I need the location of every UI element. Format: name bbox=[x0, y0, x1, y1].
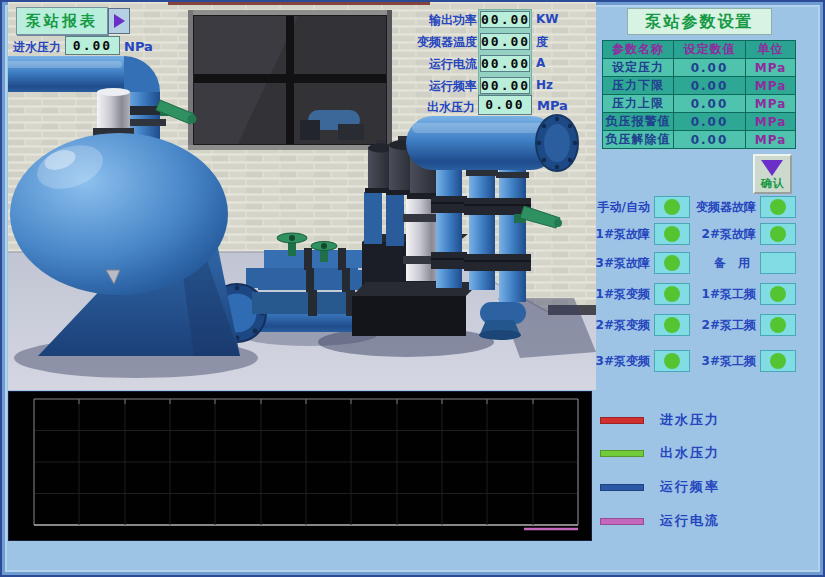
legend-swatch-run-current bbox=[600, 518, 644, 525]
param-unit: MPa bbox=[746, 113, 796, 131]
status-indicator-pump1-fault bbox=[654, 223, 690, 245]
metric-label: 变频器温度 bbox=[399, 34, 477, 51]
params-table: 参数名称 设定数值 单位 设定压力 0.00 MPa 压力下限 0.00 MPa… bbox=[602, 40, 796, 149]
status-indicator-pump1-vfd bbox=[654, 283, 690, 305]
table-row: 压力下限 0.00 MPa bbox=[603, 77, 796, 95]
legend-label-run-frequency: 运行频率 bbox=[660, 478, 720, 496]
params-panel-title: 泵站参数设置 bbox=[627, 8, 772, 35]
status-label-manual-auto: 手动/自动 bbox=[592, 196, 650, 218]
status-indicator-dot bbox=[770, 226, 786, 242]
status-indicator-manual-auto bbox=[654, 196, 690, 218]
status-indicator-dot bbox=[664, 199, 680, 215]
param-setpoint[interactable]: 0.00 bbox=[674, 77, 746, 95]
trend-grid bbox=[9, 392, 591, 540]
metric-label: 运行电流 bbox=[399, 56, 477, 73]
param-name: 负压解除值 bbox=[603, 131, 674, 149]
confirm-button[interactable]: 确认 bbox=[753, 154, 792, 194]
status-indicator-pump2-mains bbox=[760, 314, 796, 336]
status-label-pump1-mains: 1#泵工频 bbox=[688, 283, 756, 305]
metric-unit: A bbox=[536, 56, 545, 70]
status-indicator-dot bbox=[770, 353, 786, 369]
param-name: 压力上限 bbox=[603, 95, 674, 113]
play-icon bbox=[114, 14, 125, 28]
window bbox=[188, 10, 392, 150]
status-label-vfd-fault: 变频器故障 bbox=[688, 196, 756, 218]
metric-label: 输出功率 bbox=[399, 12, 477, 29]
metric-value: 00.00 bbox=[480, 55, 530, 72]
table-row: 压力上限 0.00 MPa bbox=[603, 95, 796, 113]
param-unit: MPa bbox=[746, 77, 796, 95]
hmi-screen: 泵站报表 进水压力 0.00 NPa 输出功率 00.00 KW 变频器温度 0… bbox=[0, 0, 825, 577]
outlet-pressure-unit: MPa bbox=[537, 98, 568, 113]
param-unit: MPa bbox=[746, 131, 796, 149]
confirm-label: 确认 bbox=[755, 176, 790, 191]
status-indicator-vfd-fault bbox=[760, 196, 796, 218]
param-setpoint[interactable]: 0.00 bbox=[674, 59, 746, 77]
metric-value: 00.00 bbox=[480, 33, 530, 50]
status-label-pump1-fault: 1#泵故障 bbox=[592, 223, 650, 245]
status-label-pump2-vfd: 2#泵变频 bbox=[592, 314, 650, 336]
table-row: 负压解除值 0.00 MPa bbox=[603, 131, 796, 149]
metric-unit: 度 bbox=[536, 34, 548, 51]
status-label-pump3-mains: 3#泵工频 bbox=[688, 350, 756, 372]
legend-label-run-current: 运行电流 bbox=[660, 512, 720, 530]
status-label-pump2-fault: 2#泵故障 bbox=[688, 223, 756, 245]
legend-swatch-outlet-pressure bbox=[600, 450, 644, 457]
table-row: 负压报警值 0.00 MPa bbox=[603, 113, 796, 131]
confirm-down-arrow-icon bbox=[761, 160, 783, 176]
legend-swatch-run-frequency bbox=[600, 484, 644, 491]
status-label-pump2-mains: 2#泵工频 bbox=[688, 314, 756, 336]
params-header: 参数名称 bbox=[603, 41, 674, 59]
params-header: 设定数值 bbox=[674, 41, 746, 59]
metric-unit: Hz bbox=[536, 78, 553, 92]
status-indicator-dot bbox=[664, 255, 680, 271]
status-indicator-pump3-vfd bbox=[654, 350, 690, 372]
inlet-pressure-label: 进水压力 bbox=[13, 39, 61, 56]
status-indicator-dot bbox=[664, 226, 680, 242]
status-label-pump1-vfd: 1#泵变频 bbox=[592, 283, 650, 305]
params-header: 单位 bbox=[746, 41, 796, 59]
param-name: 设定压力 bbox=[603, 59, 674, 77]
trend-chart bbox=[8, 391, 592, 541]
legend-label-outlet-pressure: 出水压力 bbox=[660, 444, 720, 462]
window-lintel bbox=[168, 2, 430, 5]
legend-swatch-inlet-pressure bbox=[600, 417, 644, 424]
param-setpoint[interactable]: 0.00 bbox=[674, 131, 746, 149]
legend-label-inlet-pressure: 进水压力 bbox=[660, 411, 720, 429]
status-label-spare: 备 用 bbox=[688, 252, 750, 274]
status-indicator-dot bbox=[664, 317, 680, 333]
status-indicator-spare bbox=[760, 252, 796, 274]
report-play-button[interactable] bbox=[108, 8, 130, 34]
param-unit: MPa bbox=[746, 95, 796, 113]
param-setpoint[interactable]: 0.00 bbox=[674, 113, 746, 131]
params-header-row: 参数名称 设定数值 单位 bbox=[603, 41, 796, 59]
param-setpoint[interactable]: 0.00 bbox=[674, 95, 746, 113]
param-name: 负压报警值 bbox=[603, 113, 674, 131]
metric-value: 00.00 bbox=[480, 77, 530, 94]
param-unit: MPa bbox=[746, 59, 796, 77]
table-row: 设定压力 0.00 MPa bbox=[603, 59, 796, 77]
inlet-pressure-unit: NPa bbox=[124, 39, 153, 54]
status-indicator-dot bbox=[770, 317, 786, 333]
status-indicator-pump2-vfd bbox=[654, 314, 690, 336]
report-button[interactable]: 泵站报表 bbox=[16, 7, 108, 35]
outlet-pressure-label: 出水压力 bbox=[397, 99, 475, 116]
param-name: 压力下限 bbox=[603, 77, 674, 95]
metric-unit: KW bbox=[536, 12, 559, 26]
outlet-pressure-value: 0.00 bbox=[478, 95, 532, 115]
status-indicator-dot bbox=[770, 286, 786, 302]
status-indicator-pump1-mains bbox=[760, 283, 796, 305]
metric-label: 运行频率 bbox=[399, 78, 477, 95]
status-label-pump3-vfd: 3#泵变频 bbox=[592, 350, 650, 372]
inlet-pressure-value: 0.00 bbox=[65, 36, 120, 55]
status-label-pump3-fault: 3#泵故障 bbox=[592, 252, 650, 274]
status-indicator-pump3-mains bbox=[760, 350, 796, 372]
status-indicator-pump2-fault bbox=[760, 223, 796, 245]
status-indicator-pump3-fault bbox=[654, 252, 690, 274]
status-indicator-dot bbox=[770, 199, 786, 215]
status-indicator-dot bbox=[664, 286, 680, 302]
metric-value: 00.00 bbox=[480, 11, 530, 28]
status-indicator-dot bbox=[664, 353, 680, 369]
